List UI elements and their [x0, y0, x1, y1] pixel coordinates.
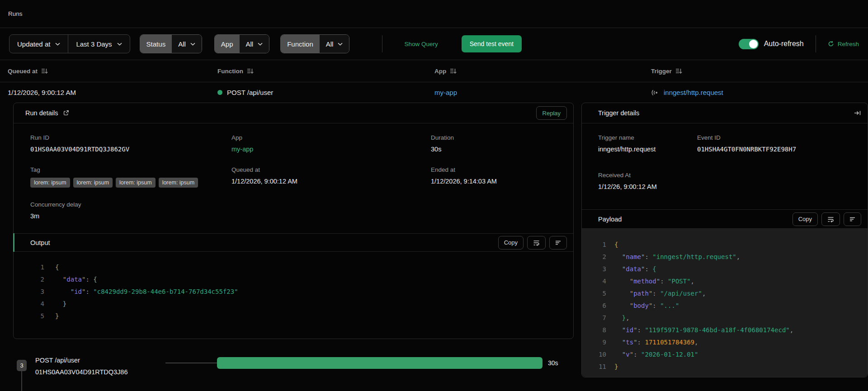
code-line: 10 "v": "2026-01-12.01"	[593, 349, 868, 361]
function-filter: Function All	[280, 34, 349, 53]
code-line: 5 "path": "/api/user",	[593, 287, 868, 300]
external-link-icon[interactable]	[63, 110, 69, 116]
send-test-event-button[interactable]: Send test event	[462, 35, 522, 52]
trigger-details-title: Trigger details	[598, 109, 639, 117]
received-at-value: 1/12/26, 9:00:12 AM	[598, 183, 851, 190]
app-value-link[interactable]: my-app	[231, 146, 431, 153]
status-dot-icon	[217, 90, 222, 95]
line-number: 3	[593, 263, 606, 275]
output-wrap-button[interactable]	[527, 236, 546, 250]
column-header-trigger[interactable]: Trigger	[651, 68, 860, 75]
code-line: 8 "id": "119f5971-9878-46bd-a18f-4f06801…	[593, 324, 868, 336]
code-line: 9 "ts": 1711051784369,	[593, 336, 868, 349]
sort-icon	[247, 68, 254, 74]
payload-format-button[interactable]	[844, 212, 861, 226]
queued-at-label: Queued at	[231, 166, 431, 173]
row-function: POST /api/user	[217, 89, 434, 96]
line-number: 5	[27, 310, 44, 322]
payload-copy-button[interactable]: Copy	[793, 212, 818, 226]
refresh-button[interactable]: Refresh	[828, 41, 859, 47]
code-line: 1{	[27, 261, 573, 273]
column-header-function[interactable]: Function	[217, 68, 434, 75]
app-filter-value: All	[246, 40, 254, 48]
time-range-dropdown[interactable]: Last 3 Days	[68, 35, 129, 53]
trigger-details-header: Trigger details	[582, 103, 868, 123]
run-id-label: Run ID	[30, 134, 231, 141]
line-number: 2	[27, 273, 44, 286]
row-queued-at: 1/12/2026, 9:00:12 AM	[8, 89, 217, 96]
code-line: 4 }	[27, 298, 573, 310]
code-line: 11}	[593, 361, 868, 373]
run-details-title: Run details	[25, 109, 58, 117]
line-number: 8	[593, 324, 606, 336]
tag-badge: lorem: ipsum	[116, 178, 156, 188]
event-id-label: Event ID	[697, 134, 851, 141]
chevron-down-icon	[117, 42, 122, 46]
sort-time-filter: Updated at Last 3 Days	[9, 34, 130, 53]
runs-table-header: Queued at Function App Trigger	[0, 60, 868, 82]
tag-badge: lorem: ipsum	[159, 178, 198, 188]
trigger-link[interactable]: inngest/http.request	[664, 89, 723, 96]
code-line: 2 "data": {	[27, 273, 573, 286]
run-table-row[interactable]: 1/12/2026, 9:00:12 AM POST /api/user my-…	[0, 82, 868, 103]
field-run-id: Run ID 01HS0AA03V04D91RTDQ3J862GV	[30, 134, 231, 153]
code-line: 2 "name": "inngest/http.request",	[593, 251, 868, 263]
chevron-down-icon	[190, 42, 195, 46]
output-code-block: 1{2 "data": {3 "id": "c8429dd9-29b8-44e6…	[14, 252, 573, 322]
top-bar: Runs	[0, 0, 868, 28]
ended-at-value: 1/12/2026, 9:14:03 AM	[431, 178, 557, 185]
chevron-down-icon	[55, 42, 60, 46]
chevron-down-icon	[258, 42, 263, 46]
chevron-down-icon	[338, 42, 343, 46]
status-filter-label: Status	[140, 35, 172, 53]
step-count-badge[interactable]: 3	[17, 360, 27, 371]
toggle-knob	[749, 40, 758, 48]
collapse-right-icon[interactable]	[854, 110, 861, 116]
field-duration: Duration 30s	[431, 134, 557, 153]
trigger-name-value: inngest/http.request	[598, 146, 697, 153]
code-line: 4 "method": "POST",	[593, 275, 868, 287]
output-copy-button[interactable]: Copy	[498, 236, 524, 250]
sort-icon	[450, 68, 457, 74]
app-filter-dropdown[interactable]: All	[240, 35, 269, 53]
payload-wrap-button[interactable]	[821, 212, 840, 226]
timeline-connector-vertical	[21, 371, 22, 391]
filter-bar-divider	[382, 35, 382, 52]
output-format-button[interactable]	[549, 236, 567, 250]
replay-button[interactable]: Replay	[536, 106, 567, 120]
line-number: 1	[27, 261, 44, 273]
line-number: 6	[593, 300, 606, 312]
status-filter-dropdown[interactable]: All	[172, 35, 202, 53]
show-query-link[interactable]: Show Query	[404, 41, 438, 47]
run-details-fields: Run ID 01HS0AA03V04D91RTDQ3J862GV App my…	[14, 123, 573, 233]
trigger-details-panel: Trigger details Trigger name inngest/htt…	[581, 103, 868, 377]
status-filter-value: All	[178, 40, 186, 48]
sort-icon	[675, 68, 682, 74]
concurrency-delay-value: 3m	[30, 212, 231, 220]
trigger-name-label: Trigger name	[598, 134, 697, 141]
line-number: 9	[593, 336, 606, 349]
line-number: 11	[593, 361, 606, 373]
sort-icon	[41, 68, 48, 74]
queued-at-value: 1/12/2026, 9:00:12 AM	[231, 178, 431, 185]
timeline-duration-bar[interactable]	[217, 357, 542, 369]
function-filter-dropdown[interactable]: All	[320, 35, 349, 53]
code-line: 6 "body": "..."	[593, 300, 868, 312]
field-concurrency-delay: Concurrency delay 3m	[30, 201, 231, 220]
timeline-duration-label: 30s	[548, 359, 558, 367]
app-link[interactable]: my-app	[434, 89, 457, 96]
line-number: 7	[593, 312, 606, 324]
field-app: App my-app	[231, 134, 431, 153]
sort-field-dropdown[interactable]: Updated at	[9, 35, 68, 53]
code-line: 1{	[593, 239, 868, 251]
auto-refresh-toggle[interactable]	[739, 39, 759, 49]
ended-at-label: Ended at	[431, 166, 557, 173]
row-app: my-app	[434, 89, 651, 96]
field-tag: Tag lorem: ipsumlorem: ipsumlorem: ipsum…	[30, 166, 231, 188]
field-trigger-name: Trigger name inngest/http.request	[598, 134, 697, 158]
run-id-value: 01HS0AA03V04D91RTDQ3J862GV	[30, 146, 231, 153]
column-header-queued-at[interactable]: Queued at	[8, 68, 217, 75]
column-header-app[interactable]: App	[434, 68, 651, 75]
filter-bar: Updated at Last 3 Days Status All App Al…	[0, 28, 868, 60]
align-left-icon	[849, 217, 855, 222]
